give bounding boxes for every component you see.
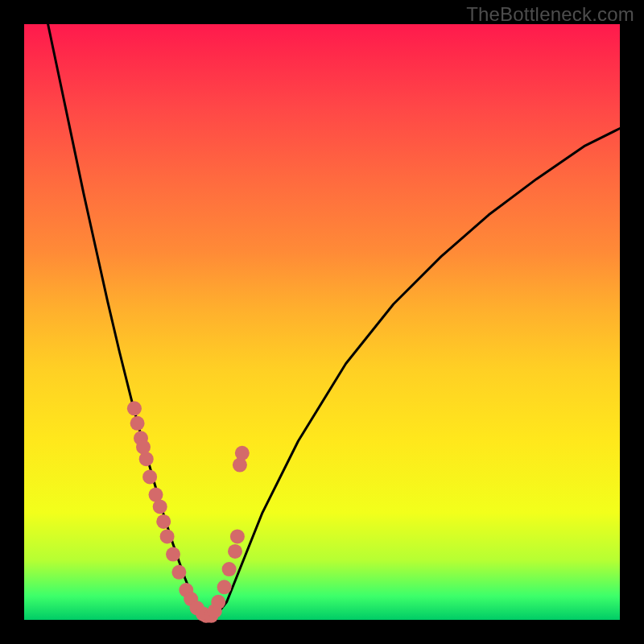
chart-overlay: [24, 24, 620, 620]
curve-marker: [235, 446, 250, 460]
curve-markers: [127, 401, 250, 623]
curve-marker: [211, 595, 225, 609]
curve-marker: [160, 529, 175, 543]
curve-marker: [217, 580, 232, 594]
curve-marker: [228, 544, 242, 559]
curve-marker: [127, 401, 142, 415]
curve-marker: [153, 499, 167, 514]
curve-marker: [142, 469, 157, 484]
curve-marker: [230, 529, 245, 543]
curve-marker: [171, 565, 186, 580]
curve-marker: [166, 547, 180, 562]
chart-plot-area: [24, 24, 620, 620]
chart-frame: TheBottleneck.com: [0, 0, 644, 644]
curve-marker: [139, 452, 154, 466]
curve-marker: [130, 416, 145, 431]
watermark-text: TheBottleneck.com: [466, 3, 634, 26]
curve-line: [48, 24, 620, 619]
curve-marker: [222, 562, 237, 576]
curve-marker: [156, 514, 171, 529]
